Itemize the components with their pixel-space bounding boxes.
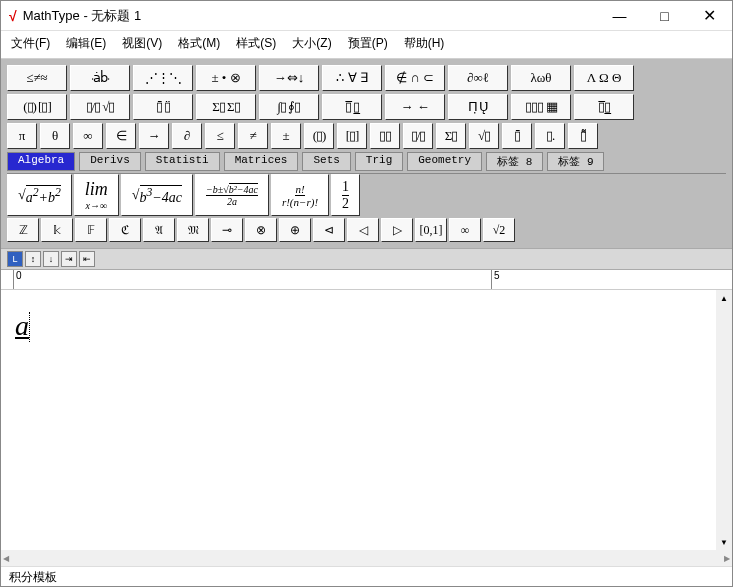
ruler[interactable]: 0 5	[1, 270, 732, 290]
fractions-radicals-button[interactable]: ▯/▯ √▯	[70, 94, 130, 120]
summation-button[interactable]: Σ▯ Σ▯	[196, 94, 256, 120]
frak-m-button[interactable]: 𝔐	[177, 218, 209, 242]
dot-button[interactable]: ▯.	[535, 123, 565, 149]
oplus-button[interactable]: ⊕	[279, 218, 311, 242]
tab-statisti[interactable]: Statisti	[145, 152, 220, 171]
pi-button[interactable]: π	[7, 123, 37, 149]
pm-button[interactable]: ±	[271, 123, 301, 149]
tab-9[interactable]: 标签 9	[547, 152, 604, 171]
interval-button[interactable]: [0,1]	[415, 218, 447, 242]
maximize-button[interactable]: □	[642, 1, 687, 31]
misc-symbols-button[interactable]: ∂∞ℓ	[448, 65, 508, 91]
sqrt2-button[interactable]: √2	[483, 218, 515, 242]
set-theory-button[interactable]: ∉ ∩ ⊂	[385, 65, 445, 91]
menu-edit[interactable]: 编辑(E)	[66, 35, 106, 52]
infinity-button[interactable]: ∞	[73, 123, 103, 149]
palette-row-1: ≤≠≈ ⸱ȧḃ⸱ ⋰⋮⋱ ± • ⊗ →⇔↓ ∴ ∀ ∃ ∉ ∩ ⊂ ∂∞ℓ λ…	[7, 65, 726, 91]
expr-half[interactable]: 12	[331, 174, 360, 216]
overbar-button[interactable]: ▯̅ ▯̲	[322, 94, 382, 120]
arrow-right-button[interactable]: →	[139, 123, 169, 149]
greek-lower-button[interactable]: λωθ	[511, 65, 571, 91]
labeled-arrows-button[interactable]: → ←	[385, 94, 445, 120]
hat-button[interactable]: ▯͌	[568, 123, 598, 149]
tab-algebra[interactable]: Algebra	[7, 152, 75, 171]
subsup-button[interactable]: ▯̄ ▯̈	[133, 94, 193, 120]
sqrt-button[interactable]: √▯	[469, 123, 499, 149]
ellipses-button[interactable]: ⋰⋮⋱	[133, 65, 193, 91]
arrows-button[interactable]: →⇔↓	[259, 65, 319, 91]
parens-button[interactable]: (▯)	[304, 123, 334, 149]
palette-row-2: (▯) [▯] ▯/▯ √▯ ▯̄ ▯̈ Σ▯ Σ▯ ∫▯ ∮▯ ▯̅ ▯̲ →…	[7, 94, 726, 120]
align-toolbar: L ↕ ↓ ⇥ ⇤	[1, 249, 732, 270]
element-of-button[interactable]: ∈	[106, 123, 136, 149]
text-cursor	[29, 312, 30, 342]
frak-a-button[interactable]: 𝔄	[143, 218, 175, 242]
tab-matrices[interactable]: Matrices	[224, 152, 299, 171]
brackets-button[interactable]: [▯]	[337, 123, 367, 149]
app-logo-icon: √	[9, 8, 17, 24]
align-left-button[interactable]: L	[7, 251, 23, 267]
tab-8[interactable]: 标签 8	[486, 152, 543, 171]
menu-size[interactable]: 大小(Z)	[292, 35, 331, 52]
triangleleft-button[interactable]: ⊲	[313, 218, 345, 242]
matrices-button[interactable]: ▯▯▯ ▦	[511, 94, 571, 120]
align-right-button[interactable]: ↓	[43, 251, 59, 267]
relations-button[interactable]: ≤≠≈	[7, 65, 67, 91]
align-decimal-button[interactable]: ⇥	[61, 251, 77, 267]
expr-quadratic[interactable]: −b±√b²−4ac2a	[195, 174, 269, 216]
symbol-palette: ≤≠≈ ⸱ȧḃ⸱ ⋰⋮⋱ ± • ⊗ →⇔↓ ∴ ∀ ∃ ∉ ∩ ⊂ ∂∞ℓ λ…	[1, 59, 732, 249]
open-triangleright-button[interactable]: ▷	[381, 218, 413, 242]
window-title: MathType - 无标题 1	[23, 7, 141, 25]
fences-button[interactable]: (▯) [▯]	[7, 94, 67, 120]
bb-z-button[interactable]: ℤ	[7, 218, 39, 242]
frak-f-button[interactable]: 𝔽	[75, 218, 107, 242]
theta-button[interactable]: θ	[40, 123, 70, 149]
infinity-small-button[interactable]: ∞	[449, 218, 481, 242]
spaces-button[interactable]: ⸱ȧḃ⸱	[70, 65, 130, 91]
open-triangleleft-button[interactable]: ◁	[347, 218, 379, 242]
fraction-button[interactable]: ▯/▯	[403, 123, 433, 149]
menu-bar: 文件(F) 编辑(E) 视图(V) 格式(M) 样式(S) 大小(Z) 预置(P…	[1, 31, 732, 59]
align-equals-button[interactable]: ⇤	[79, 251, 95, 267]
palette-row-3: π θ ∞ ∈ → ∂ ≤ ≠ ± (▯) [▯] ▯▯ ▯/▯ Σ▯ √▯ ▯…	[7, 123, 726, 149]
editor-content[interactable]: a	[1, 290, 732, 362]
greek-upper-button[interactable]: Λ Ω Θ	[574, 65, 634, 91]
integrals-button[interactable]: ∫▯ ∮▯	[259, 94, 319, 120]
expression-row: √a2+b2 limx→∞ √b3−4ac −b±√b²−4ac2a n!r!(…	[7, 173, 726, 216]
operators-button[interactable]: ± • ⊗	[196, 65, 256, 91]
boxes-button[interactable]: ▯̅▯̲	[574, 94, 634, 120]
horizontal-scrollbar[interactable]: ◀▶	[1, 550, 732, 566]
equation-editor[interactable]: a	[1, 290, 732, 550]
expr-pythagoras[interactable]: √a2+b2	[7, 174, 72, 216]
menu-style[interactable]: 样式(S)	[236, 35, 276, 52]
align-center-button[interactable]: ↕	[25, 251, 41, 267]
expr-combination[interactable]: n!r!(n−r)!	[271, 174, 329, 216]
bar-button[interactable]: ▯̄	[502, 123, 532, 149]
logic-button[interactable]: ∴ ∀ ∃	[322, 65, 382, 91]
tab-row: Algebra Derivs Statisti Matrices Sets Tr…	[7, 152, 726, 171]
vertical-scrollbar[interactable]	[716, 290, 732, 550]
expr-limit[interactable]: limx→∞	[74, 174, 119, 216]
menu-view[interactable]: 视图(V)	[122, 35, 162, 52]
frak-c-button[interactable]: ℭ	[109, 218, 141, 242]
expr-discriminant[interactable]: √b3−4ac	[121, 174, 193, 216]
bb-k-button[interactable]: 𝕜	[41, 218, 73, 242]
tab-sets[interactable]: Sets	[302, 152, 350, 171]
neq-button[interactable]: ≠	[238, 123, 268, 149]
leq-button[interactable]: ≤	[205, 123, 235, 149]
sum-button[interactable]: Σ▯	[436, 123, 466, 149]
products-button[interactable]: Π̣ Ų̇	[448, 94, 508, 120]
sup-button[interactable]: ▯▯	[370, 123, 400, 149]
menu-file[interactable]: 文件(F)	[11, 35, 50, 52]
minimize-button[interactable]: —	[597, 1, 642, 31]
menu-preferences[interactable]: 预置(P)	[348, 35, 388, 52]
otimes-button[interactable]: ⊗	[245, 218, 277, 242]
tab-trig[interactable]: Trig	[355, 152, 403, 171]
tab-derivs[interactable]: Derivs	[79, 152, 141, 171]
close-button[interactable]: ✕	[687, 1, 732, 31]
menu-format[interactable]: 格式(M)	[178, 35, 220, 52]
tab-geometry[interactable]: Geometry	[407, 152, 482, 171]
multimap-button[interactable]: ⊸	[211, 218, 243, 242]
partial-button[interactable]: ∂	[172, 123, 202, 149]
menu-help[interactable]: 帮助(H)	[404, 35, 445, 52]
